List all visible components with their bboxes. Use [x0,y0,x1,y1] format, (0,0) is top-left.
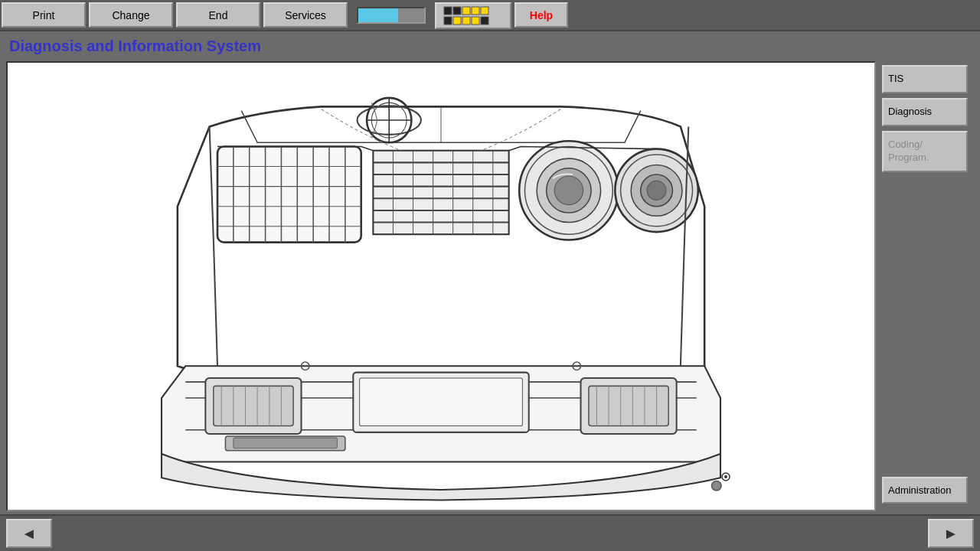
administration-button[interactable]: Administration [882,477,968,504]
bottom-navigation-bar: ◄ ► [0,514,980,551]
help-button[interactable]: Help [514,2,568,28]
svg-point-46 [554,176,583,205]
services-button[interactable]: Services [263,2,348,28]
svg-rect-74 [234,438,338,448]
svg-rect-1 [453,7,461,15]
next-button[interactable]: ► [928,519,974,548]
right-sidebar: TIS Diagnosis Coding/ Program. Administr… [882,37,974,511]
svg-rect-56 [360,378,523,426]
coding-button[interactable]: Coding/ Program. [882,131,968,172]
svg-rect-0 [444,7,452,15]
display-icon [443,5,504,28]
svg-rect-5 [444,17,452,24]
end-button[interactable]: End [176,2,260,28]
prev-icon: ◄ [21,525,37,543]
change-button[interactable]: Change [89,2,173,28]
svg-rect-3 [472,7,479,15]
left-panel: Diagnosis and Information System [6,37,876,511]
progress-bar-fill [358,8,398,22]
next-icon: ► [943,525,959,543]
display-toggle-button[interactable] [435,2,511,29]
toolbar: Print Change End Services Help [0,0,980,31]
car-diagram-svg [8,63,874,510]
svg-rect-2 [462,7,470,15]
svg-point-77 [712,481,722,491]
diagnosis-button[interactable]: Diagnosis [882,98,968,126]
svg-point-51 [647,181,666,200]
svg-rect-7 [462,17,470,24]
page-title: Diagnosis and Information System [6,37,876,55]
svg-rect-9 [481,17,488,24]
svg-rect-16 [217,147,361,243]
admin-button-container: Administration [882,477,974,504]
tis-button[interactable]: TIS [882,65,968,93]
svg-rect-4 [481,7,488,15]
svg-rect-8 [472,17,479,24]
prev-button[interactable]: ◄ [6,519,52,548]
print-button[interactable]: Print [2,2,86,28]
svg-rect-6 [453,17,461,24]
car-image-container [6,61,876,511]
progress-bar [357,7,426,24]
main-content: Diagnosis and Information System [0,31,980,514]
progress-area [351,2,432,28]
